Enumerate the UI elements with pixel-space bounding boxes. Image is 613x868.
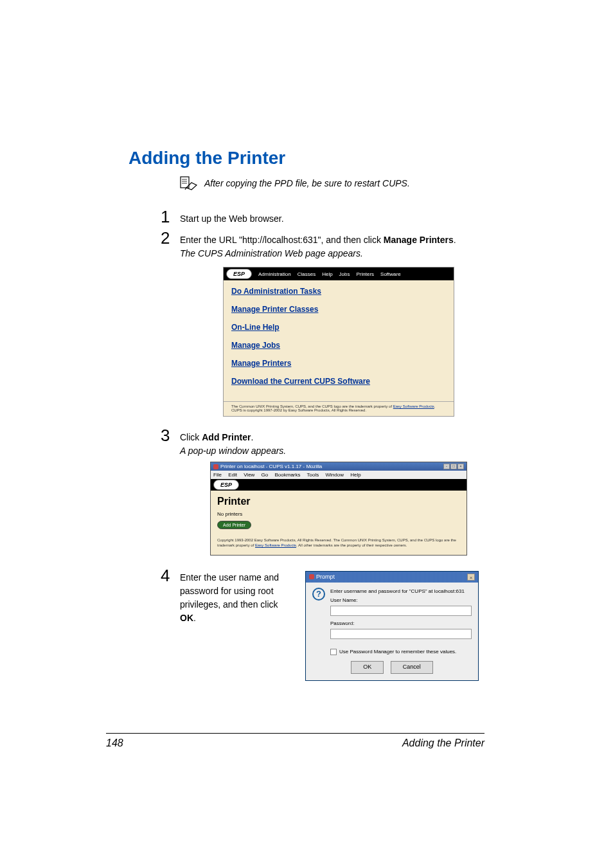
window-title: Printer on localhost - CUPS v1.1.17 - Mo… bbox=[213, 464, 322, 469]
cups-nav-2: ESP Administration Classes Help Jobs Pri… bbox=[211, 479, 466, 491]
note-icon bbox=[180, 176, 198, 190]
bold-text: Add Printer bbox=[202, 432, 251, 442]
esp-logo: ESP bbox=[226, 269, 252, 279]
password-label: Password: bbox=[330, 620, 472, 628]
nav-administration[interactable]: Administration bbox=[242, 482, 274, 488]
page-footer: 148 Adding the Printer bbox=[106, 733, 484, 749]
step-number: 2 bbox=[161, 230, 180, 246]
cancel-button[interactable]: Cancel bbox=[391, 661, 433, 674]
add-printer-button[interactable]: Add Printer bbox=[217, 521, 251, 529]
text-a: Click bbox=[180, 432, 202, 442]
remember-checkbox[interactable] bbox=[330, 649, 337, 655]
fineprint-link[interactable]: Easy Software Products bbox=[393, 404, 434, 408]
page-number: 148 bbox=[106, 737, 123, 749]
bold-text: Manage Printers bbox=[384, 235, 454, 245]
nav-jobs[interactable]: Jobs bbox=[303, 482, 314, 488]
remember-label: Use Password Manager to remember these v… bbox=[339, 648, 456, 656]
window-titlebar: Printer on localhost - CUPS v1.1.17 - Mo… bbox=[211, 462, 466, 471]
printer-heading: Printer bbox=[217, 496, 460, 507]
step-3: 3 Click Add Printer. A pop-up window app… bbox=[161, 427, 549, 458]
link-online-help[interactable]: On-Line Help bbox=[231, 323, 446, 332]
fineprint-link[interactable]: Easy Software Products bbox=[255, 543, 296, 547]
step-text: Start up the Web browser. bbox=[180, 208, 284, 226]
nav-software[interactable]: Software bbox=[378, 271, 404, 277]
minimize-button[interactable]: - bbox=[443, 464, 450, 469]
close-button[interactable]: × bbox=[458, 464, 464, 469]
step-4: 4 Enter the user name and password for u… bbox=[161, 567, 549, 681]
menu-help[interactable]: Help bbox=[350, 472, 360, 478]
nav-classes[interactable]: Classes bbox=[295, 271, 318, 277]
no-printers-text: No printers bbox=[217, 511, 460, 517]
password-input[interactable] bbox=[330, 629, 472, 639]
bold-text: OK bbox=[180, 613, 193, 623]
step-number: 1 bbox=[161, 208, 180, 225]
nav-help[interactable]: Help bbox=[319, 271, 335, 277]
link-manage-jobs[interactable]: Manage Jobs bbox=[231, 341, 446, 350]
username-label: User Name: bbox=[330, 597, 472, 604]
step-2: 2 Enter the URL "http://localhost:631", … bbox=[161, 230, 549, 260]
esp-logo: ESP bbox=[213, 480, 239, 490]
text-a: Enter the URL "http://localhost:631", an… bbox=[180, 235, 384, 245]
prompt-dialog-screenshot: Prompt × ? Enter username and password f… bbox=[305, 571, 479, 681]
maximize-button[interactable]: □ bbox=[450, 464, 457, 469]
link-manage-printers[interactable]: Manage Printers bbox=[231, 359, 446, 368]
italic-text: A pop-up window appears. bbox=[180, 446, 286, 456]
text-a: Enter the user name and password for usi… bbox=[180, 572, 279, 610]
username-input[interactable] bbox=[330, 606, 472, 616]
cups-admin-screenshot: ESP Administration Classes Help Jobs Pri… bbox=[223, 267, 454, 417]
text-b: . bbox=[251, 432, 253, 442]
step-number: 3 bbox=[161, 427, 180, 444]
step-text: Enter the user name and password for usi… bbox=[180, 571, 292, 625]
menu-view[interactable]: View bbox=[244, 472, 254, 478]
nav-administration[interactable]: Administration bbox=[256, 271, 294, 277]
link-download-cups[interactable]: Download the Current CUPS Software bbox=[231, 377, 446, 386]
note-text: After copying the PPD file, be sure to r… bbox=[204, 178, 410, 188]
italic-text: The CUPS Administration Web page appears… bbox=[180, 248, 363, 258]
step-text: Click Add Printer. A pop-up window appea… bbox=[180, 427, 286, 458]
link-do-admin-tasks[interactable]: Do Administration Tasks bbox=[231, 287, 446, 296]
footer-title: Adding the Printer bbox=[402, 737, 484, 749]
text-b: . bbox=[193, 613, 196, 623]
fineprint-b: . All other trademarks are the property … bbox=[296, 543, 407, 547]
page-heading: Adding the Printer bbox=[129, 148, 549, 168]
nav-printers[interactable]: Printers bbox=[354, 271, 377, 277]
step-text: Enter the URL "http://localhost:631", an… bbox=[180, 230, 456, 260]
menu-file[interactable]: File bbox=[213, 472, 222, 478]
note-row: After copying the PPD file, be sure to r… bbox=[180, 176, 549, 190]
menu-tools[interactable]: Tools bbox=[307, 472, 319, 478]
menu-window[interactable]: Window bbox=[326, 472, 344, 478]
question-icon: ? bbox=[312, 588, 325, 601]
step-number: 4 bbox=[161, 567, 180, 584]
menu-edit[interactable]: Edit bbox=[228, 472, 237, 478]
cups-nav: ESP Administration Classes Help Jobs Pri… bbox=[224, 267, 454, 280]
menu-go[interactable]: Go bbox=[262, 472, 269, 478]
printer-page-screenshot: Printer on localhost - CUPS v1.1.17 - Mo… bbox=[210, 462, 467, 556]
nav-printers[interactable]: Printers bbox=[314, 482, 332, 488]
browser-menu: File Edit View Go Bookmarks Tools Window… bbox=[211, 471, 466, 479]
prompt-title: Prompt bbox=[316, 574, 335, 580]
menu-bookmarks[interactable]: Bookmarks bbox=[275, 472, 301, 478]
ok-button[interactable]: OK bbox=[351, 661, 384, 674]
close-button[interactable]: × bbox=[467, 574, 475, 581]
step-1: 1 Start up the Web browser. bbox=[161, 208, 549, 226]
prompt-titlebar: Prompt × bbox=[306, 572, 478, 583]
nav-software[interactable]: Software bbox=[332, 482, 352, 488]
nav-classes[interactable]: Classes bbox=[274, 482, 292, 488]
nav-help[interactable]: Help bbox=[292, 482, 303, 488]
prompt-message: Enter username and password for "CUPS" a… bbox=[330, 588, 472, 595]
text-b: . bbox=[454, 235, 456, 245]
printer-fineprint: Copyright 1993-2002 Easy Software Produc… bbox=[217, 538, 460, 548]
cups-fineprint: The Common UNIX Printing System, CUPS, a… bbox=[224, 401, 454, 416]
link-manage-printer-classes[interactable]: Manage Printer Classes bbox=[231, 305, 446, 314]
nav-jobs[interactable]: Jobs bbox=[337, 271, 353, 277]
